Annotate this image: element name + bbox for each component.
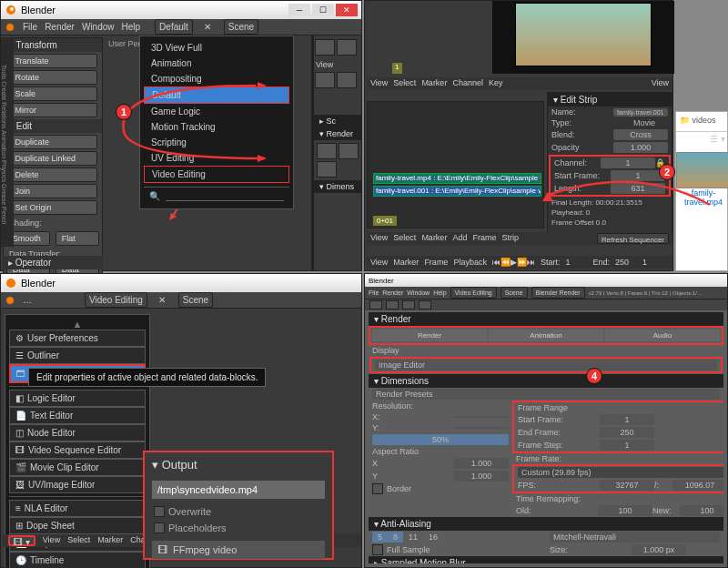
fpsv[interactable]: 32767 [600, 480, 654, 491]
border-check[interactable] [372, 483, 383, 494]
sizev[interactable]: 1.000 px [632, 544, 686, 555]
titlebar4[interactable]: Blender [365, 274, 727, 287]
editor-outliner[interactable]: ☰Outliner [9, 347, 146, 364]
scene-dropdown[interactable]: Scene [224, 19, 258, 35]
scene-icon[interactable] [337, 72, 357, 88]
blend-value[interactable]: Cross [613, 129, 668, 140]
menu-window[interactable]: Window [82, 22, 115, 32]
editor-logic[interactable]: ◧Logic Editor [9, 390, 146, 407]
menu-file4[interactable]: File [369, 289, 379, 296]
axv[interactable]: 1.000 [454, 458, 509, 469]
newv[interactable]: 100 [680, 505, 723, 516]
editor-switcher[interactable]: 🎞 ▾ [8, 535, 35, 546]
join-button[interactable]: Join [8, 184, 96, 198]
delete-button[interactable]: Delete [8, 167, 96, 182]
scene-tab[interactable] [402, 300, 415, 309]
render-btn4[interactable]: Render [372, 330, 487, 341]
duplicate-button[interactable]: Duplicate [8, 135, 96, 149]
menu-render[interactable]: Render [45, 22, 75, 32]
editor-vse[interactable]: 🎞Video Sequence Editor [9, 441, 146, 459]
refresh-button[interactable]: Refresh Sequencer [597, 233, 669, 244]
audio-btn[interactable] [317, 161, 337, 178]
operator-header[interactable]: ▸ Operator [3, 256, 103, 269]
placeholders-check[interactable] [154, 522, 165, 533]
respct[interactable]: 50% [372, 434, 509, 445]
opacity-value[interactable]: 1.000 [613, 142, 668, 153]
layout-animation[interactable]: Animation [144, 56, 289, 71]
titlebar3[interactable]: Blender [1, 274, 361, 292]
render-btn[interactable] [317, 143, 337, 159]
efv[interactable]: 250 [600, 427, 654, 438]
select-item[interactable]: Select [393, 78, 416, 89]
editor-uv-image[interactable]: 🖼UV/Image Editor [9, 476, 146, 493]
render-presets[interactable]: Render Presets [372, 389, 720, 400]
tl-end-v[interactable]: 250 [615, 258, 637, 267]
select-b[interactable]: Select [393, 233, 416, 244]
close-button[interactable]: ✕ [336, 4, 358, 16]
mitchell[interactable]: Mitchell-Netravali [550, 532, 720, 543]
scene4[interactable]: Scene [500, 287, 528, 299]
editor-timeline[interactable]: 🕒Timeline [9, 552, 146, 568]
editor-movie-clip[interactable]: 🎬Movie Clip Editor [9, 459, 146, 476]
render-tab-icon[interactable] [315, 39, 335, 56]
layout-dropdown3[interactable]: Video Editing [85, 292, 147, 308]
flat-button[interactable]: Flat [56, 231, 100, 246]
editor-dope[interactable]: ⊞Dope Sheet [9, 517, 146, 534]
layers-tab-icon[interactable] [337, 39, 357, 56]
imgeditor[interactable]: Image Editor [375, 360, 717, 370]
layout-3dviewfull[interactable]: 3D View Full [144, 40, 289, 56]
world-tab[interactable] [419, 300, 431, 309]
select-b3[interactable]: Select [67, 535, 90, 546]
menu-help4[interactable]: Help [433, 289, 446, 296]
view-icons[interactable]: ☰ ▾ [710, 134, 725, 147]
ayv[interactable]: 1.000 [454, 471, 509, 482]
audio-btn4[interactable]: Audio [605, 330, 720, 341]
marker-b3[interactable]: Marker [97, 535, 123, 546]
marker-item[interactable]: Marker [421, 78, 447, 89]
resyv[interactable] [454, 427, 509, 429]
tl-playback[interactable]: Playback [453, 258, 487, 267]
tl-cur[interactable]: 1 [642, 258, 659, 267]
tl-view[interactable]: View [370, 258, 388, 267]
menu-render4[interactable]: Render [382, 289, 403, 296]
render-tab[interactable] [369, 300, 382, 309]
fsv[interactable]: 1 [600, 440, 654, 451]
menu-window4[interactable]: Window [407, 289, 430, 296]
dimensions-head[interactable]: ▾ Dimensions [369, 374, 723, 388]
frcustom[interactable]: Custom (29.89 fps) [518, 467, 723, 478]
titlebar[interactable]: Blender ─ ☐ ✕ [1, 1, 361, 19]
output-path[interactable]: /tmp\syncedvideo.mp4 [152, 481, 325, 499]
rotate-button[interactable]: Rotate [8, 70, 96, 85]
overwrite-check[interactable] [154, 506, 165, 517]
view-b[interactable]: View [370, 233, 388, 244]
layout4[interactable]: Video Editing [450, 287, 497, 299]
sfv[interactable]: 1 [600, 414, 654, 425]
menu-help[interactable]: Help [122, 22, 141, 32]
output-header[interactable]: ▾ Output [145, 452, 332, 477]
anim-btn[interactable] [339, 143, 359, 159]
name-value[interactable]: family-travel.001 [613, 108, 669, 117]
maximize-button[interactable]: ☐ [312, 4, 334, 16]
editor-node[interactable]: ◫Node Editor [9, 424, 146, 441]
transform-header[interactable]: ▾ Transform [4, 38, 102, 52]
oldv[interactable]: 100 [598, 505, 652, 516]
strip-video[interactable]: family-travel.mp4 : E:\Emily\Emily-FlexC… [373, 173, 541, 184]
render-label[interactable]: Render [327, 129, 354, 138]
duplicate-linked-button[interactable]: Duplicate Linked [8, 151, 96, 166]
format-dropdown[interactable]: 🎞FFmpeg video [152, 541, 325, 559]
view-item[interactable]: View [370, 78, 388, 89]
set-origin-button[interactable]: Set Origin [8, 200, 96, 215]
view-item2[interactable]: View [652, 78, 669, 89]
resxv[interactable] [454, 416, 509, 418]
minimize-button[interactable]: ─ [288, 4, 310, 16]
key-item[interactable]: Key [489, 78, 503, 89]
editor-text[interactable]: 📄Text Editor [9, 407, 146, 424]
fps2v[interactable]: 1096.07 [672, 480, 723, 491]
tl-frame[interactable]: Frame [424, 258, 448, 267]
editor-nla[interactable]: ≡NLA Editor [9, 500, 146, 517]
render-head[interactable]: ▾ Render [369, 312, 723, 326]
mirror-button[interactable]: Mirror [8, 103, 96, 117]
aa-head[interactable]: ▾ Anti-Aliasing [369, 517, 723, 531]
edit-header[interactable]: ▾ Edit [4, 119, 102, 133]
tl-marker[interactable]: Marker [393, 258, 419, 267]
